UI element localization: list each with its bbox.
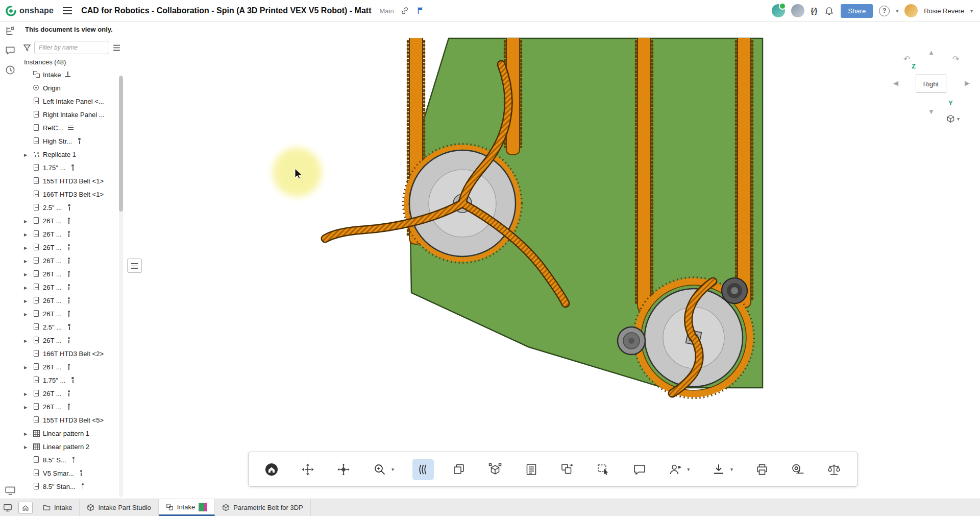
expand-caret[interactable] <box>24 151 30 157</box>
comment-button[interactable] <box>629 459 650 480</box>
fit-view-button[interactable] <box>261 459 282 480</box>
bell-icon[interactable] <box>823 5 835 16</box>
tree-item[interactable]: 166T HTD3 Belt <2> <box>20 347 124 360</box>
chevron-down-icon[interactable] <box>896 8 898 14</box>
panel-scrollbar[interactable] <box>119 75 123 497</box>
tree-item[interactable]: 26T ... <box>20 214 124 227</box>
tree-item[interactable]: 8.5" Stan... <box>20 480 124 493</box>
filter-icon[interactable] <box>23 43 31 52</box>
tree-item[interactable]: 26T ... <box>20 267 124 280</box>
comments-icon[interactable] <box>5 45 16 56</box>
history-icon[interactable] <box>5 64 16 76</box>
expand-caret[interactable] <box>24 404 30 410</box>
tree-item[interactable]: RefC... <box>20 121 124 134</box>
tree-item[interactable]: 26T ... <box>20 227 124 241</box>
share-button[interactable]: Share <box>841 4 873 18</box>
rotate-cw-icon[interactable]: ↷ <box>952 55 959 63</box>
scrollbar-thumb[interactable] <box>119 76 123 212</box>
follow-mode-button[interactable] <box>665 459 686 480</box>
tree-item[interactable]: V5 Smar... <box>20 466 124 480</box>
workspace-label[interactable]: Main <box>380 7 394 15</box>
expand-caret[interactable] <box>24 244 30 250</box>
user-name[interactable]: Rosie Revere <box>924 7 964 15</box>
pan-button[interactable] <box>297 459 318 480</box>
copy-view-button[interactable] <box>556 459 578 480</box>
model-viewport[interactable] <box>0 0 980 516</box>
print-button[interactable] <box>751 459 773 480</box>
document-tab[interactable]: Intake Part Studio <box>80 499 158 516</box>
user-avatar[interactable] <box>904 4 918 17</box>
collaborator-avatar[interactable] <box>791 4 804 17</box>
expand-caret[interactable] <box>24 311 30 317</box>
tree-item[interactable]: 1.75" ... <box>20 373 124 387</box>
tree-item[interactable]: 26T ... <box>20 280 124 294</box>
expand-caret[interactable] <box>24 390 30 396</box>
rotate-left-icon[interactable]: ◀ <box>893 80 898 86</box>
tree-item[interactable]: 2.5" ... <box>20 201 124 214</box>
tree-item[interactable]: High Str... <box>20 134 124 148</box>
tree-item[interactable]: 26T ... <box>20 334 124 347</box>
tree-item[interactable]: 26T ... <box>20 254 124 267</box>
tree-item[interactable]: 166T HTD3 Belt <1> <box>20 187 124 201</box>
link-icon[interactable] <box>399 5 410 16</box>
rotate-up-icon[interactable]: ▲ <box>928 49 935 56</box>
select-button[interactable] <box>593 459 614 480</box>
document-tab[interactable]: Parametric Belt for 3DP <box>215 499 311 516</box>
list-view-icon[interactable] <box>112 43 121 52</box>
document-tab[interactable]: Intake <box>36 499 80 516</box>
rotate-right-icon[interactable]: ▶ <box>965 80 970 86</box>
panes-icon[interactable] <box>0 499 15 516</box>
named-views-button[interactable] <box>448 459 470 480</box>
tree-item[interactable]: Replicate 1 <box>20 148 124 161</box>
chevron-down-icon[interactable] <box>391 466 398 472</box>
help-icon[interactable] <box>879 6 890 16</box>
expand-caret[interactable] <box>24 257 30 264</box>
tree-item[interactable]: Linear pattern 2 <box>20 440 124 453</box>
view-cube-face[interactable]: Right <box>916 75 946 93</box>
onshape-logo[interactable]: onshape <box>5 5 54 17</box>
home-tab-icon[interactable] <box>18 502 33 514</box>
menu-icon[interactable] <box>61 4 74 17</box>
chevron-down-icon[interactable] <box>730 466 737 472</box>
tree-item[interactable]: 26T ... <box>20 400 124 413</box>
expand-caret[interactable] <box>24 218 30 224</box>
chevron-down-icon[interactable] <box>970 8 973 14</box>
tree-item[interactable]: 1.75" ... <box>20 161 124 174</box>
flag-icon[interactable] <box>415 5 427 16</box>
tree-item[interactable]: 155T HTD3 Belt <1> <box>20 174 124 187</box>
filter-input[interactable] <box>34 41 109 54</box>
tree-item[interactable]: Origin <box>20 81 124 95</box>
export-button[interactable] <box>708 459 729 480</box>
tree-item[interactable]: 26T ... <box>20 307 124 320</box>
tree-item[interactable]: Left Intake Panel <... <box>20 95 124 108</box>
collaborator-avatar[interactable] <box>772 4 785 17</box>
tree-item[interactable]: 155T HTD3 Belt <5> <box>20 413 124 427</box>
exploded-view-button[interactable] <box>484 459 506 480</box>
move-button[interactable] <box>333 459 354 480</box>
expand-caret[interactable] <box>24 271 30 277</box>
display-mode-button[interactable] <box>412 459 434 480</box>
tree-item[interactable]: 26T ... <box>20 387 124 400</box>
expand-caret[interactable] <box>24 430 30 436</box>
tree-item[interactable]: 8.5" S... <box>20 453 124 466</box>
bom-table-button[interactable] <box>521 459 542 480</box>
zoom-button[interactable] <box>369 459 390 480</box>
screen-icon[interactable] <box>5 485 16 496</box>
tree-item[interactable]: 26T ... <box>20 241 124 254</box>
mass-properties-button[interactable] <box>823 459 845 480</box>
tree-item[interactable]: 26T ... <box>20 294 124 307</box>
tree-item[interactable]: Right Intake Panel ... <box>20 108 124 121</box>
featurescript-icon[interactable] <box>811 7 817 15</box>
document-tab-active[interactable]: Intake <box>159 499 215 516</box>
measure-button[interactable] <box>787 459 808 480</box>
expand-caret[interactable] <box>24 231 30 237</box>
tree-item[interactable]: Intake <box>20 68 124 81</box>
expand-caret[interactable] <box>24 284 30 290</box>
panel-collapse-handle[interactable] <box>127 259 142 273</box>
view-options-menu[interactable] <box>946 114 960 123</box>
expand-caret[interactable] <box>24 364 30 370</box>
expand-caret[interactable] <box>24 337 30 343</box>
rotate-ccw-icon[interactable]: ↶ <box>903 55 910 63</box>
tree-item[interactable]: 2.5" ... <box>20 320 124 334</box>
rotate-down-icon[interactable]: ▼ <box>928 108 935 115</box>
